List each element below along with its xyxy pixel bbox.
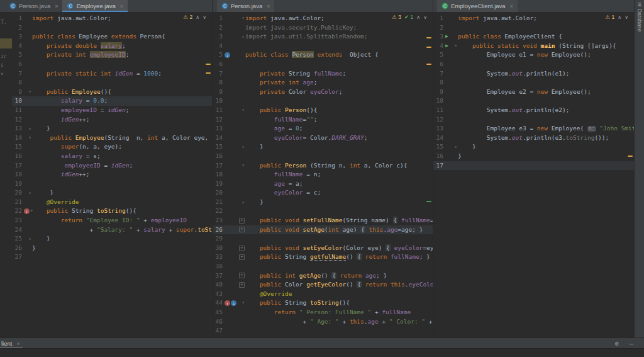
code-line[interactable]: 12: [433, 115, 634, 125]
code-line[interactable]: 12 fullName="";: [213, 115, 433, 125]
code-line[interactable]: 3public class Employee extends Person{: [12, 32, 212, 42]
code-line[interactable]: 22↑▾ public String toString(){: [12, 207, 212, 216]
code-area[interactable]: 1import java.awt.Color;23▶public class E…: [433, 14, 634, 170]
code-line[interactable]: 44↑↓▾ public String toString(){: [213, 298, 433, 308]
stripe-mark[interactable]: [426, 37, 431, 38]
code-line[interactable]: 17: [433, 161, 634, 171]
code-line[interactable]: 20▴ }: [12, 188, 212, 198]
stripe-mark[interactable]: [426, 201, 431, 202]
fold-marker[interactable]: ▴: [242, 198, 245, 207]
code-line[interactable]: 3▶public class EmployeeClient {: [433, 32, 634, 42]
code-line[interactable]: 8: [433, 78, 634, 88]
fold-marker[interactable]: +: [239, 282, 245, 288]
overrides-icon[interactable]: ↑: [24, 208, 30, 214]
code-line[interactable]: 15▴ }: [213, 142, 433, 152]
code-line[interactable]: 20 eyeColor = c;: [213, 188, 433, 198]
tab-employee-java[interactable]: CEmployee.java×: [62, 0, 128, 12]
code-line[interactable]: 7 System.out.println(e1);: [433, 69, 634, 79]
code-line[interactable]: 5↓public class Person extends Object {: [213, 50, 433, 60]
code-line[interactable]: 33+ public String getfulName() { return …: [213, 252, 433, 262]
code-line[interactable]: 14▾ public Employee(String n, int a, Col…: [12, 133, 212, 143]
close-icon[interactable]: ×: [120, 3, 123, 9]
code-line[interactable]: 10 salary = 0.0;: [12, 96, 212, 106]
stripe-mark[interactable]: [628, 156, 633, 157]
code-line[interactable]: 9 Employee e2 = new Employee();: [433, 88, 634, 97]
fold-marker[interactable]: +: [239, 273, 245, 278]
close-icon[interactable]: ×: [510, 3, 513, 9]
code-line[interactable]: 2import java.security.PublicKey;: [213, 23, 433, 33]
code-line[interactable]: 25▴ }: [12, 234, 212, 244]
pane-splitter[interactable]: [212, 0, 213, 337]
run-icon[interactable]: ▶: [445, 32, 448, 42]
stripe-mark[interactable]: [206, 64, 211, 65]
code-line[interactable]: 14 eyeColor= Color.DARK_GRAY;: [213, 133, 433, 143]
code-line[interactable]: 5 private int employeeID;: [12, 50, 212, 60]
code-line[interactable]: 7 private static int idGen = 1000;: [12, 69, 212, 79]
fold-marker[interactable]: ▾: [28, 133, 31, 143]
code-line[interactable]: 45 return " Person: FullName " + fullNam…: [213, 308, 433, 317]
code-line[interactable]: 27: [12, 252, 212, 262]
fold-marker[interactable]: +: [239, 227, 245, 232]
code-line[interactable]: 40+ public Color getEyeColor() { return …: [213, 280, 433, 290]
code-line[interactable]: 6: [12, 60, 212, 69]
code-line[interactable]: 47: [213, 326, 433, 336]
code-line[interactable]: 14 System.out.println(e3.toString());: [433, 133, 634, 143]
fold-marker[interactable]: ▴: [454, 142, 457, 152]
stripe-mark[interactable]: [426, 64, 431, 65]
code-line[interactable]: 19: [12, 179, 212, 189]
warn-icon[interactable]: ⚠ 2: [184, 14, 193, 20]
up-icon[interactable]: ∧: [618, 14, 621, 20]
code-line[interactable]: 1import java.awt.Color;: [12, 14, 212, 23]
down-icon[interactable]: ∨: [203, 14, 206, 20]
overridden-icon[interactable]: ↓: [225, 52, 230, 58]
fold-marker[interactable]: ▴: [28, 124, 31, 133]
code-line[interactable]: 4▶▾ public static void main (String []ar…: [433, 42, 634, 51]
code-line[interactable]: 4: [213, 42, 433, 51]
code-line[interactable]: 24 + "Salary: " + salary + super.toStrin…: [12, 225, 212, 235]
tab-employeeclient-java[interactable]: CEmployeeClient.java×: [437, 0, 518, 12]
code-line[interactable]: 11▾ public Person(){: [213, 106, 433, 115]
code-line[interactable]: 26+ public void setAge(int age) { this.a…: [213, 225, 433, 235]
code-line[interactable]: 36: [213, 262, 433, 271]
fold-marker[interactable]: ▾: [28, 88, 31, 97]
code-line[interactable]: 37+ public int getAge() { return age; }: [213, 271, 433, 281]
code-line[interactable]: 30+ public void setEyeColor(Color eye) {…: [213, 244, 433, 253]
fold-marker[interactable]: +: [239, 246, 245, 251]
overridden-icon[interactable]: ↓: [231, 300, 236, 306]
editor-pane-person[interactable]: ⚠ 3✔ 1∧∨1▾import java.awt.Color;2import …: [213, 12, 433, 337]
close-icon[interactable]: ×: [16, 341, 19, 347]
fold-marker[interactable]: ▴: [242, 142, 245, 152]
fold-marker[interactable]: +: [239, 218, 245, 224]
fold-marker[interactable]: ▾: [242, 161, 245, 171]
tab-person-java[interactable]: CPerson.java×: [5, 0, 62, 12]
database-tool-button[interactable]: ≣ Database: [635, 2, 644, 31]
fold-marker[interactable]: ▴: [28, 188, 31, 198]
code-line[interactable]: 15▴ }: [433, 142, 634, 152]
stripe-mark[interactable]: [426, 47, 431, 48]
fold-marker[interactable]: +: [239, 254, 245, 260]
code-line[interactable]: 12 idGen++;: [12, 115, 212, 125]
ok-icon[interactable]: ✔ 1: [404, 14, 413, 20]
code-line[interactable]: 15 super(n, a, eye);: [12, 142, 212, 152]
code-line[interactable]: 4 private double salary;: [12, 42, 212, 51]
code-line[interactable]: 17 employeeID = idGen;: [12, 161, 212, 171]
code-line[interactable]: 21 @Override: [12, 198, 212, 207]
code-line[interactable]: 11 employeeID = idGen;: [12, 106, 212, 115]
code-line[interactable]: 16: [213, 152, 433, 161]
code-line[interactable]: 46 + " Age: " + this.age + " Color: " + …: [213, 317, 433, 327]
overrides-icon[interactable]: ↑: [225, 300, 230, 306]
code-line[interactable]: 17▾ public Person (String n, int a, Colo…: [213, 161, 433, 171]
code-line[interactable]: 18 fullName = n;: [213, 170, 433, 179]
code-line[interactable]: 5 Employee e1 = new Employee();: [433, 50, 634, 60]
close-icon[interactable]: ×: [55, 3, 58, 9]
code-line[interactable]: 43 @Override: [213, 290, 433, 299]
fold-marker[interactable]: ▴: [28, 234, 31, 244]
code-line[interactable]: 23+ public void setFullName(String name)…: [213, 216, 433, 225]
run-icon[interactable]: ▶: [445, 42, 448, 51]
code-line[interactable]: 16 salary = s;: [12, 152, 212, 161]
code-line[interactable]: 9▾ public Employee(){: [12, 88, 212, 97]
warn-icon[interactable]: ⚠ 3: [392, 14, 401, 20]
code-line[interactable]: 1import java.awt.Color;: [433, 14, 634, 23]
code-line[interactable]: 2: [12, 23, 212, 33]
code-line[interactable]: 18 idGen++;: [12, 170, 212, 179]
